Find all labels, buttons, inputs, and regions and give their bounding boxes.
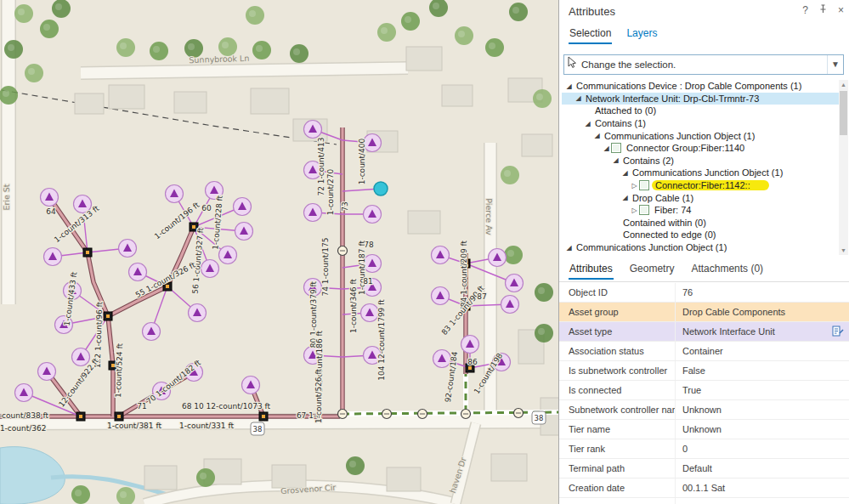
tab-layers[interactable]: Layers bbox=[625, 25, 658, 44]
collapse-icon[interactable]: ◢ bbox=[602, 144, 611, 152]
attribute-value-cell[interactable]: Network Interface Unit bbox=[675, 322, 849, 341]
attribute-row[interactable]: Is connectedTrue bbox=[559, 381, 849, 400]
cable-label: 74 1-count/175 bbox=[321, 238, 330, 297]
collapse-icon[interactable]: ◢ bbox=[583, 120, 592, 127]
selected-device-point[interactable] bbox=[374, 182, 388, 195]
pin-icon[interactable] bbox=[818, 4, 828, 16]
attribute-value-cell[interactable]: Container bbox=[675, 342, 849, 360]
attribute-value-cell[interactable]: 0 bbox=[675, 439, 849, 458]
tree-item-label: Contained within (0) bbox=[620, 218, 709, 228]
cable-label: 1-count/526 ft bbox=[314, 369, 323, 423]
attribute-value: 0 bbox=[682, 444, 688, 454]
tree-item[interactable]: Attached to (0) bbox=[562, 105, 839, 117]
tree-highlight bbox=[538, 328, 545, 335]
tree-item[interactable]: ◢Drop Cable (1) bbox=[562, 191, 839, 204]
attribute-value: Drop Cable Components bbox=[682, 307, 785, 317]
attribute-row[interactable]: Creatoresri bbox=[559, 498, 849, 504]
route-shield-label: 38 bbox=[535, 414, 544, 422]
collapse-icon[interactable]: ◢ bbox=[592, 132, 602, 139]
tree-item-label: Communications Junction Object (1) bbox=[574, 242, 729, 252]
attribute-name-cell: Tier name bbox=[559, 424, 675, 434]
attribute-value-cell[interactable]: Default bbox=[675, 459, 849, 478]
splice-dot bbox=[388, 413, 389, 415]
attribute-row[interactable]: Object ID76 bbox=[559, 283, 849, 303]
map-view[interactable]: Sunnybrook LnErie StPierce AvGrosvenor C… bbox=[0, 0, 558, 504]
attribute-row[interactable]: Tier nameUnknown bbox=[559, 420, 849, 439]
attribute-value-cell[interactable]: 76 bbox=[675, 283, 849, 302]
attribute-row[interactable]: Asset groupDrop Cable Components bbox=[559, 303, 849, 322]
attribute-row[interactable]: Tier rank0 bbox=[559, 439, 849, 459]
splice-dot bbox=[422, 413, 423, 415]
attribute-name-cell: Is connected bbox=[559, 385, 675, 395]
splice-dot bbox=[343, 413, 345, 415]
tree-item[interactable]: ◢Connector Group:Fiber:1140 bbox=[562, 142, 839, 155]
scrollbar-thumb[interactable] bbox=[840, 91, 847, 135]
attribute-value-cell[interactable]: Unknown bbox=[675, 420, 849, 439]
tab-attributes[interactable]: Attributes bbox=[569, 260, 614, 280]
tree-scrollbar[interactable]: ▲ ▼ bbox=[839, 80, 848, 255]
collapse-icon[interactable]: ◢ bbox=[620, 169, 630, 177]
attribute-value: 00.1.1 Sat bbox=[682, 483, 725, 493]
tree-item-label: Contains (1) bbox=[592, 118, 648, 128]
tree-highlight bbox=[3, 90, 9, 97]
tree-highlight bbox=[43, 24, 50, 31]
tree-item[interactable]: ◢Contains (2) bbox=[562, 155, 839, 167]
attribute-row[interactable]: Is subnetwork controllerFalse bbox=[559, 361, 849, 381]
tree-highlight bbox=[200, 473, 207, 479]
attribute-row[interactable]: Association statusContainer bbox=[559, 342, 849, 361]
tree-item[interactable]: Connected to edge (0) bbox=[562, 229, 839, 241]
collapse-icon[interactable]: ◢ bbox=[620, 194, 630, 201]
change-selection-dropdown[interactable]: Change the selection. ▼ bbox=[563, 54, 844, 75]
road-sunnybrook[interactable] bbox=[81, 68, 408, 73]
attribute-value-cell[interactable]: False bbox=[675, 361, 849, 380]
splice-dot bbox=[342, 413, 343, 415]
collapse-icon[interactable]: ◢ bbox=[574, 94, 583, 102]
tree-highlight bbox=[405, 16, 411, 23]
collapse-icon[interactable]: ◢ bbox=[611, 156, 620, 164]
tree-item[interactable]: ◢Communications Junction Object (1) bbox=[562, 167, 839, 179]
map-canvas[interactable]: Sunnybrook LnErie StPierce AvGrosvenor C… bbox=[0, 0, 558, 504]
tree-item-label: Communications Device : Drop Cable Compo… bbox=[574, 81, 804, 91]
tree-highlight bbox=[18, 8, 25, 15]
tab-geometry[interactable]: Geometry bbox=[629, 260, 676, 278]
asset-type-picker-icon[interactable] bbox=[832, 326, 844, 338]
connector-icon bbox=[639, 180, 649, 190]
tab-attachments-0-[interactable]: Attachments (0) bbox=[690, 260, 764, 278]
tree-item[interactable]: Contained within (0) bbox=[562, 217, 839, 229]
attribute-row[interactable]: Subnetwork controller nameUnknown bbox=[559, 400, 849, 420]
tree-item[interactable]: ◢Communications Device : Drop Cable Comp… bbox=[562, 80, 839, 93]
tree-item[interactable]: ◢Communications Junction Object (1) bbox=[562, 241, 839, 254]
attribute-value-cell[interactable]: esri bbox=[675, 498, 849, 504]
attribute-row[interactable]: Terminal pathDefault bbox=[559, 459, 849, 479]
close-icon[interactable]: × bbox=[838, 4, 844, 16]
collapse-icon[interactable]: ◢ bbox=[564, 82, 574, 90]
tab-selection[interactable]: Selection bbox=[569, 25, 612, 44]
scroll-up-icon[interactable]: ▲ bbox=[839, 80, 848, 89]
attribute-name-cell: Is subnetwork controller bbox=[559, 365, 675, 376]
attribute-value-cell[interactable]: True bbox=[675, 381, 849, 399]
attribute-value-cell[interactable]: Unknown bbox=[675, 400, 849, 419]
cable-label: 1-count/381 ft bbox=[107, 422, 161, 430]
tree-item-label: Connector Group:Fiber:1140 bbox=[624, 143, 747, 153]
tree-item[interactable]: ◢Communications Junction Object (1) bbox=[562, 129, 839, 142]
building bbox=[442, 85, 473, 106]
attribute-row[interactable]: Creation date00.1.1 Sat bbox=[559, 479, 849, 498]
attribute-value-cell[interactable]: 00.1.1 Sat bbox=[675, 479, 849, 497]
cable-label: 73 bbox=[341, 201, 349, 211]
attribute-name-cell: Asset type bbox=[559, 326, 675, 337]
tree-item[interactable]: ▷Connector:Fiber:1142:: bbox=[562, 179, 839, 192]
expand-icon[interactable]: ▷ bbox=[630, 207, 639, 214]
building bbox=[406, 47, 442, 71]
scroll-down-icon[interactable]: ▼ bbox=[839, 246, 848, 255]
tree-highlight bbox=[75, 490, 82, 496]
attribute-row[interactable]: Asset typeNetwork Interface Unit bbox=[559, 322, 849, 342]
help-icon[interactable]: ? bbox=[802, 4, 808, 16]
collapse-icon[interactable]: ◢ bbox=[564, 244, 574, 252]
tree-item[interactable]: ◢Contains (1) bbox=[562, 117, 839, 130]
tree-item[interactable]: ◢Network Interface Unit: Drp-Cbl-Trmntr-… bbox=[562, 93, 839, 105]
building bbox=[522, 134, 552, 156]
street-label: Pierce Av bbox=[484, 198, 494, 235]
attribute-value-cell[interactable]: Drop Cable Components bbox=[675, 303, 849, 321]
tree-item[interactable]: ▷Fiber: 74 bbox=[562, 204, 839, 217]
expand-icon[interactable]: ▷ bbox=[630, 182, 639, 190]
